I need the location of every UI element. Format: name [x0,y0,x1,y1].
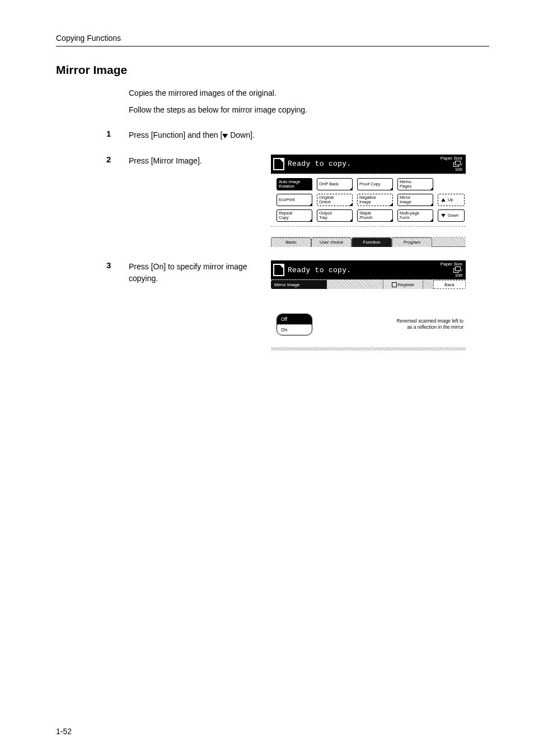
section-title: Mirror Image [56,63,489,77]
document-icon [273,158,284,170]
negative-image-button[interactable]: Negative Image [357,194,393,206]
paper-size-label: Paper Size [441,262,462,267]
output-tray-button[interactable]: Output Tray [317,209,353,222]
up-triangle-icon [441,198,446,202]
option-on[interactable]: On [277,324,312,335]
ohp-back-button[interactable]: OHP Back [317,178,353,190]
stack-icon [453,267,460,272]
stack-icon [453,161,460,166]
down-triangle-icon [222,134,228,138]
copy-count: 100 [441,273,462,278]
ready-status: Ready to copy. [288,160,351,168]
tab-basic[interactable]: Basic [271,237,311,247]
tab-function[interactable]: Function [352,237,392,247]
hint-text: Reversed scanned image left to as a refl… [396,318,463,330]
option-off[interactable]: Off [277,314,312,324]
step-2-text: Press [Mirror Image]. [129,155,257,167]
multipage-form-button[interactable]: Multi-page Form [397,209,433,222]
copier-screen-function-list: Ready to copy. Paper Size / 100 Auto Ima… [271,155,466,247]
step-1-text: Press [Function] and then [ Down]. [129,129,255,141]
step-3-number: 3 [56,260,129,270]
running-head: Copying Functions [56,34,489,46]
mirror-image-button[interactable]: Mirror Image [397,194,433,206]
tab-user-choice[interactable]: User choice [311,237,352,247]
up-nav-button[interactable]: Up [438,194,465,206]
original-orient-button[interactable]: Original Orient. [317,194,353,206]
copy-count: 100 [441,167,462,172]
page-number: 1-52 [56,727,72,736]
copier-screen-mirror-image: Ready to copy. Paper Size / 100 Mirror I… [271,260,466,351]
down-nav-button[interactable]: Down [438,209,465,222]
ecoprint-button[interactable]: EcoPrint [277,194,312,206]
down-triangle-icon [441,214,446,217]
intro-line-1: Copies the mirrored images of the origin… [129,87,489,99]
register-button[interactable]: Register [383,280,423,289]
document-icon [273,264,284,276]
ready-status: Ready to copy. [288,266,351,274]
staple-punch-button[interactable]: Staple /Punch [357,209,393,222]
memo-pages-button[interactable]: Memo Pages [397,178,433,190]
auto-image-rotation-button[interactable]: Auto Image Rotation [277,178,312,190]
intro-line-2: Follow the steps as below for mirror ima… [129,104,489,116]
back-button[interactable]: Back [433,280,466,289]
step-1-number: 1 [56,129,129,138]
tab-bar: Basic User choice Function Program [271,237,466,247]
mirror-toggle-group: Off On [277,314,312,335]
step-2-number: 2 [56,155,129,164]
repeat-copy-button[interactable]: Repeat Copy [277,209,312,222]
proof-copy-button[interactable]: Proof Copy [357,178,393,190]
crumb-mirror-image: Mirror Image [271,280,327,289]
paper-size-label: Paper Size [441,156,462,161]
tab-program[interactable]: Program [392,237,432,247]
step-3-text: Press [On] to specify mirror image copyi… [129,260,257,284]
